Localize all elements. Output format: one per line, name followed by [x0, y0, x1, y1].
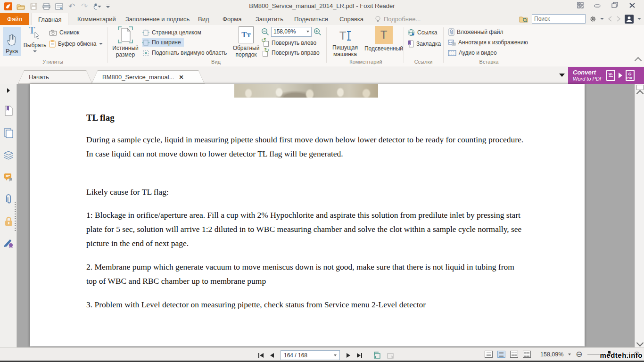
- tab-comment[interactable]: Комментарий: [71, 13, 123, 25]
- first-page-button[interactable]: [258, 353, 264, 358]
- next-view-icon[interactable]: [387, 352, 395, 359]
- reverse-order-button[interactable]: Tт Обратный порядок: [232, 26, 260, 58]
- tab-form[interactable]: Форма: [216, 13, 248, 25]
- search-folder-icon[interactable]: [519, 16, 528, 23]
- fit-width-icon: [142, 39, 149, 46]
- doc-heading: TL flag: [86, 111, 526, 125]
- link-button[interactable]: Ссылка: [407, 28, 437, 37]
- zoom-in-icon[interactable]: [314, 28, 322, 36]
- next-page-button[interactable]: [347, 353, 350, 358]
- scroll-up-icon[interactable]: [636, 90, 644, 98]
- zoom-out-icon[interactable]: [261, 28, 269, 36]
- previous-view-icon[interactable]: [372, 352, 380, 359]
- doc-tab-start-label[interactable]: Начать: [29, 74, 49, 81]
- bookmark-button[interactable]: Закладка: [407, 40, 441, 48]
- fullscreen-icon[interactable]: [577, 2, 584, 8]
- highlight-button[interactable]: T Подсвеченный: [362, 26, 405, 52]
- doc-tab-document-label[interactable]: BM800_Service_manual...: [102, 74, 174, 81]
- fit-visible-button[interactable]: Подогнать видимую область: [142, 49, 227, 57]
- gear-icon[interactable]: [589, 16, 596, 23]
- select-label: Выбрать: [24, 42, 46, 49]
- page-number-combo[interactable]: 164 / 168: [281, 350, 340, 360]
- navigation-sidebar: [0, 84, 17, 347]
- audio-video-button[interactable]: Аудио и видео: [448, 49, 497, 57]
- image-annotation-button[interactable]: Аннотация к изображению: [448, 38, 528, 47]
- continuous-facing-view-icon[interactable]: [523, 351, 531, 358]
- tab-home[interactable]: Главная: [31, 13, 68, 25]
- clipboard-button[interactable]: Буфер обмена: [49, 40, 103, 48]
- group-label-view: Вид: [169, 59, 263, 65]
- nav-back-icon[interactable]: [608, 16, 612, 22]
- typewriter-label: Пишущая машинка: [330, 44, 360, 58]
- vertical-scrollbar[interactable]: [635, 84, 644, 347]
- last-page-button[interactable]: [357, 353, 362, 358]
- true-size-button[interactable]: Истинный размер: [112, 26, 139, 58]
- zoom-out-circle-icon[interactable]: ⊖: [576, 351, 582, 358]
- tab-protect[interactable]: Защитить: [249, 13, 290, 25]
- hand-label: Рука: [6, 48, 18, 55]
- doc-tab-close-icon[interactable]: ✕: [179, 74, 183, 81]
- expand-panel-icon[interactable]: [3, 85, 14, 96]
- camera-icon: [49, 30, 57, 36]
- reverse-order-icon: Tт: [239, 26, 254, 43]
- zoom-controls: 158,09%: [261, 27, 322, 36]
- close-icon[interactable]: [629, 2, 636, 8]
- continuous-view-icon[interactable]: [497, 351, 505, 358]
- tab-list-dropdown-icon[interactable]: [559, 74, 565, 77]
- audio-video-icon: [448, 50, 456, 56]
- pages-panel-icon[interactable]: [3, 128, 14, 138]
- tab-help[interactable]: Справка: [333, 13, 370, 25]
- fit-visible-label: Подогнать видимую область: [152, 49, 227, 56]
- clipboard-caret[interactable]: [99, 43, 103, 45]
- facing-view-icon[interactable]: [510, 351, 518, 358]
- layers-panel-icon[interactable]: [3, 150, 14, 160]
- status-zoom-caret[interactable]: [568, 354, 571, 355]
- rotate-right-icon: ↻: [262, 49, 269, 57]
- rotate-right-button[interactable]: ↻ Повернуть вправо: [262, 49, 320, 57]
- page-number-value: 164 / 168: [284, 352, 307, 359]
- tell-me-more[interactable]: Подробнее...: [375, 13, 421, 25]
- rotate-left-button[interactable]: ↺ Повернуть влево: [262, 39, 316, 47]
- doc-paragraph-4: 2. Membrane pump which generate vacuum t…: [86, 260, 526, 288]
- security-panel-icon[interactable]: [3, 216, 14, 226]
- attachment-button[interactable]: Вложенный файл: [448, 28, 504, 36]
- tab-file[interactable]: Файл: [0, 13, 29, 25]
- account-avatar[interactable]: [625, 15, 634, 24]
- convert-word-to-pdf-button[interactable]: Convert Word to PDF W- GPDF: [568, 67, 644, 84]
- doc-tab-start[interactable]: Начать: [18, 70, 92, 84]
- convert-arrow-icon: [619, 73, 622, 78]
- full-page-button[interactable]: Страница целиком: [142, 28, 201, 37]
- image-annotation-icon: [448, 39, 456, 46]
- scrollbar-thumb[interactable]: [636, 85, 644, 90]
- nav-forward-icon[interactable]: [616, 16, 621, 22]
- select-tool-button[interactable]: T Выбрать: [23, 27, 47, 61]
- attachments-panel-icon[interactable]: [3, 194, 14, 205]
- single-page-view-icon[interactable]: [485, 351, 493, 358]
- more-label[interactable]: Подробнее...: [384, 16, 421, 23]
- restore-icon[interactable]: [611, 2, 619, 8]
- lightbulb-icon: [375, 16, 381, 23]
- snapshot-button[interactable]: Снимок: [49, 28, 79, 37]
- gear-caret[interactable]: [600, 18, 604, 20]
- doc-paragraph-5: 3. Problem with Level detector on measur…: [86, 297, 526, 312]
- typewriter-button[interactable]: T Пишущая машинка: [330, 27, 360, 58]
- zoom-combo[interactable]: 158,09%: [271, 27, 312, 37]
- minimize-icon[interactable]: [594, 2, 601, 8]
- comments-panel-icon[interactable]: [3, 172, 14, 182]
- signature-panel-icon[interactable]: [3, 238, 14, 248]
- tab-view[interactable]: Вид: [191, 13, 216, 25]
- bookmarks-panel-icon[interactable]: [3, 106, 14, 116]
- hand-tool-button[interactable]: Рука: [3, 27, 21, 56]
- window-title: BM800_Service_manual_2014_LR.pdf - Foxit…: [0, 2, 644, 9]
- search-input[interactable]: [532, 16, 609, 22]
- panel-resize-handle[interactable]: [15, 202, 16, 232]
- scroll-down-icon[interactable]: [636, 339, 644, 347]
- tab-fill-sign[interactable]: Заполнение и подпись: [119, 13, 196, 25]
- collapse-ribbon-icon[interactable]: [635, 57, 642, 65]
- select-caret[interactable]: [33, 50, 37, 52]
- doc-tab-document[interactable]: BM800_Service_manual... ✕: [91, 70, 205, 84]
- fit-width-button[interactable]: По ширине: [142, 38, 184, 47]
- tab-share[interactable]: Поделиться: [288, 13, 335, 25]
- account-caret[interactable]: [637, 18, 641, 20]
- previous-page-button[interactable]: [270, 353, 274, 358]
